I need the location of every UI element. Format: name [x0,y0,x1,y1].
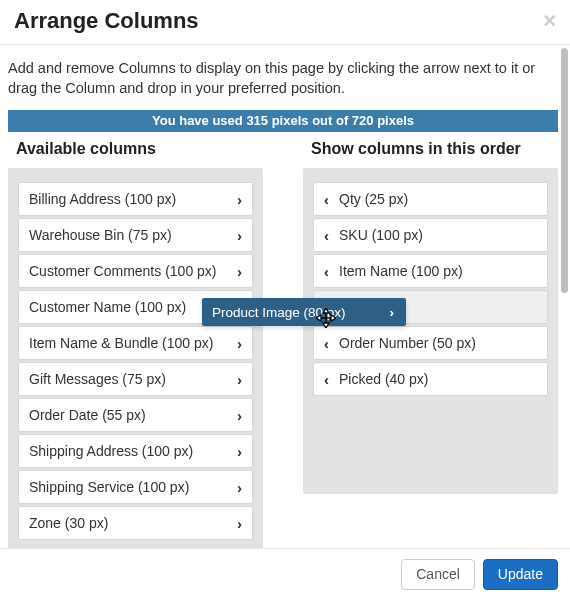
shown-item[interactable]: ‹ SKU (100 px) [313,218,548,252]
chevron-right-icon[interactable]: › [237,263,242,280]
chevron-right-icon[interactable]: › [237,407,242,424]
modal-title: Arrange Columns [14,8,199,34]
pixel-usage-banner: You have used 315 pixels out of 720 pixe… [8,110,558,132]
available-list: Billing Address (100 px) › Warehouse Bin… [8,168,263,554]
chevron-left-icon[interactable]: ‹ [324,227,329,244]
shown-list: ‹ Qty (25 px) ‹ SKU (100 px) ‹ Item Name… [303,168,558,494]
close-icon[interactable]: × [543,10,556,32]
cancel-button[interactable]: Cancel [401,559,475,590]
description-text: Add and remove Columns to display on thi… [8,59,558,98]
item-label: Customer Comments (100 px) [29,263,217,279]
shown-item[interactable]: ‹ Qty (25 px) [313,182,548,216]
chevron-right-icon[interactable]: › [237,227,242,244]
item-label: Billing Address (100 px) [29,191,176,207]
item-label: Zone (30 px) [29,515,108,531]
dragging-item[interactable]: Product Image (80 px) › [202,298,406,326]
chevron-left-icon[interactable]: ‹ [324,335,329,352]
shown-item[interactable]: ‹ Item Name (100 px) [313,254,548,288]
available-item[interactable]: Shipping Address (100 px) › [18,434,253,468]
chevron-right-icon[interactable]: › [237,479,242,496]
available-item[interactable]: Order Date (55 px) › [18,398,253,432]
chevron-right-icon: › [390,305,395,320]
item-label: Gift Messages (75 px) [29,371,166,387]
chevron-left-icon[interactable]: ‹ [324,263,329,280]
chevron-left-icon[interactable]: ‹ [324,371,329,388]
item-label: Item Name (100 px) [339,263,537,279]
chevron-right-icon[interactable]: › [237,515,242,532]
available-item[interactable]: Shipping Service (100 px) › [18,470,253,504]
available-item[interactable]: Zone (30 px) › [18,506,253,540]
item-label: Picked (40 px) [339,371,537,387]
update-button[interactable]: Update [483,559,558,590]
available-item[interactable]: Billing Address (100 px) › [18,182,253,216]
item-label: Customer Name (100 px) [29,299,186,315]
item-label: Item Name & Bundle (100 px) [29,335,213,351]
item-label: Product Image (80 px) [212,305,346,320]
chevron-right-icon[interactable]: › [237,191,242,208]
item-label: Order Date (55 px) [29,407,146,423]
modal-footer: Cancel Update [0,548,570,602]
available-item[interactable]: Customer Comments (100 px) › [18,254,253,288]
item-label: Qty (25 px) [339,191,537,207]
scrollbar-thumb[interactable] [561,48,568,293]
chevron-right-icon[interactable]: › [237,371,242,388]
modal-header: Arrange Columns × [0,0,570,45]
available-columns-block: Available columns Billing Address (100 p… [8,140,263,554]
item-label: Shipping Service (100 px) [29,479,189,495]
item-label: Order Number (50 px) [339,335,537,351]
item-label: SKU (100 px) [339,227,537,243]
shown-item[interactable]: ‹ Order Number (50 px) [313,326,548,360]
shown-item[interactable]: ‹ Picked (40 px) [313,362,548,396]
item-label: Shipping Address (100 px) [29,443,193,459]
available-heading: Available columns [16,140,263,158]
available-item[interactable]: Item Name & Bundle (100 px) › [18,326,253,360]
chevron-right-icon[interactable]: › [237,335,242,352]
available-item[interactable]: Gift Messages (75 px) › [18,362,253,396]
shown-heading: Show columns in this order [311,140,558,158]
columns-row: Available columns Billing Address (100 p… [8,140,558,554]
scrollbar-track[interactable] [559,46,570,546]
available-item[interactable]: Warehouse Bin (75 px) › [18,218,253,252]
item-label: Warehouse Bin (75 px) [29,227,172,243]
chevron-left-icon[interactable]: ‹ [324,191,329,208]
chevron-right-icon[interactable]: › [237,443,242,460]
